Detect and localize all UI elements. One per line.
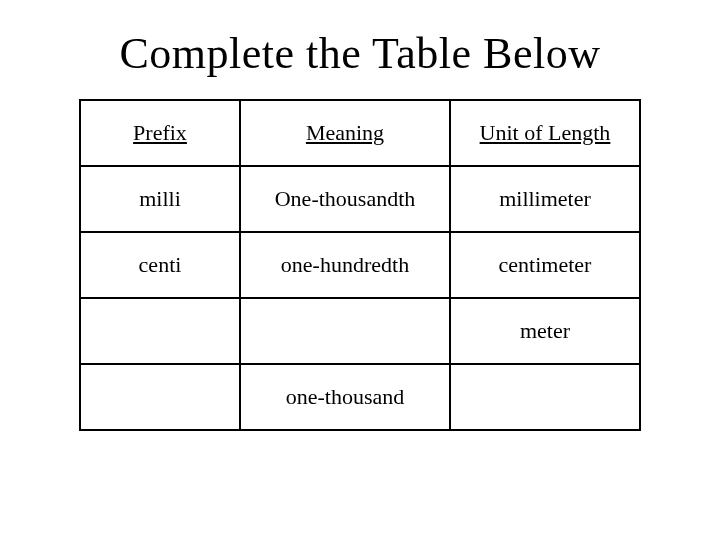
cell-prefix: centi bbox=[80, 232, 240, 298]
cell-meaning: one-hundredth bbox=[240, 232, 450, 298]
cell-prefix: milli bbox=[80, 166, 240, 232]
cell-meaning: one-thousand bbox=[240, 364, 450, 430]
cell-unit: millimeter bbox=[450, 166, 640, 232]
table-row: centi one-hundredth centimeter bbox=[80, 232, 640, 298]
cell-unit: meter bbox=[450, 298, 640, 364]
header-meaning: Meaning bbox=[240, 100, 450, 166]
prefix-table: Prefix Meaning Unit of Length milli One-… bbox=[79, 99, 641, 431]
header-prefix: Prefix bbox=[80, 100, 240, 166]
table-header-row: Prefix Meaning Unit of Length bbox=[80, 100, 640, 166]
cell-prefix bbox=[80, 298, 240, 364]
cell-meaning bbox=[240, 298, 450, 364]
page-title: Complete the Table Below bbox=[0, 0, 720, 99]
cell-prefix bbox=[80, 364, 240, 430]
cell-meaning: One-thousandth bbox=[240, 166, 450, 232]
table-row: milli One-thousandth millimeter bbox=[80, 166, 640, 232]
cell-unit: centimeter bbox=[450, 232, 640, 298]
table-row: meter bbox=[80, 298, 640, 364]
header-unit: Unit of Length bbox=[450, 100, 640, 166]
table-container: Prefix Meaning Unit of Length milli One-… bbox=[0, 99, 720, 431]
cell-unit bbox=[450, 364, 640, 430]
slide: Complete the Table Below Prefix Meaning … bbox=[0, 0, 720, 540]
table-row: one-thousand bbox=[80, 364, 640, 430]
